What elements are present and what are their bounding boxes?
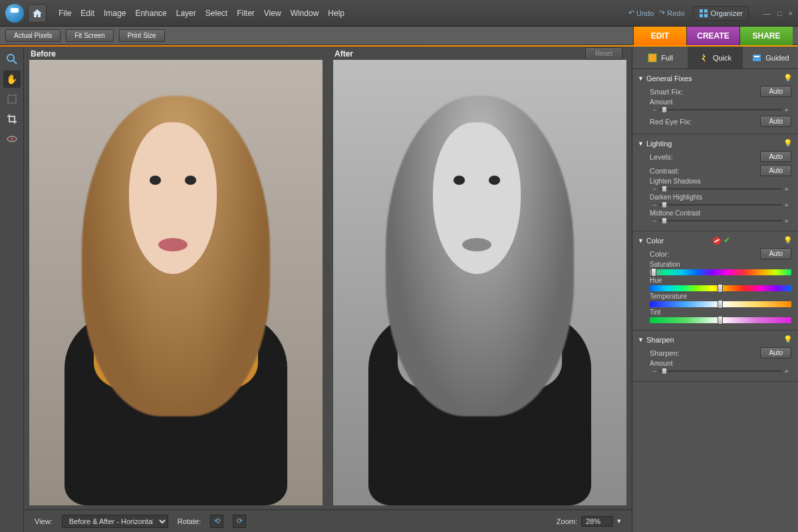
svg-rect-0 bbox=[700, 9, 703, 13]
sharpen-amount-label: Amount bbox=[650, 360, 791, 367]
canvas-area: Before After Reset bbox=[24, 47, 632, 532]
smart-fix-auto[interactable]: Auto bbox=[760, 86, 791, 97]
section-head-color[interactable]: ▼Color ✔ 💡 bbox=[632, 234, 798, 247]
red-eye-label: Red Eye Fix: bbox=[650, 118, 755, 126]
menu-file[interactable]: File bbox=[59, 9, 71, 18]
svg-rect-2 bbox=[700, 14, 703, 17]
before-image[interactable] bbox=[29, 60, 323, 505]
menu-filter[interactable]: Filter bbox=[237, 9, 255, 18]
svg-line-5 bbox=[13, 61, 17, 64]
rotate-ccw-button[interactable]: ⟲ bbox=[210, 515, 223, 528]
mode-create[interactable]: CREATE bbox=[686, 27, 739, 45]
color-commit-icon[interactable]: ✔ bbox=[724, 237, 732, 245]
temperature-slider[interactable] bbox=[650, 301, 791, 307]
fit-screen-button[interactable]: Fit Screen bbox=[66, 29, 114, 42]
rotate-cw-button[interactable]: ⟳ bbox=[233, 515, 246, 528]
close-button[interactable]: × bbox=[789, 9, 793, 17]
after-image[interactable] bbox=[333, 60, 626, 505]
menu-layer[interactable]: Layer bbox=[176, 9, 196, 18]
contrast-auto[interactable]: Auto bbox=[760, 165, 791, 176]
rotate-label: Rotate: bbox=[178, 517, 201, 525]
menu-help[interactable]: Help bbox=[328, 9, 344, 18]
levels-auto[interactable]: Auto bbox=[760, 151, 791, 162]
lighten-shadows-label: Lighten Shadows bbox=[650, 178, 791, 185]
menubar: File Edit Image Enhance Layer Select Fil… bbox=[0, 0, 798, 27]
zoom-value[interactable]: 28% bbox=[581, 516, 613, 527]
svg-rect-6 bbox=[8, 95, 16, 103]
menu-view[interactable]: View bbox=[264, 9, 281, 18]
contrast-label: Contrast: bbox=[650, 167, 755, 175]
main-menu: File Edit Image Enhance Layer Select Fil… bbox=[59, 9, 628, 18]
zoom-dropdown-icon[interactable]: ▾ bbox=[617, 517, 621, 525]
tip-icon[interactable]: 💡 bbox=[783, 335, 793, 344]
status-bar: View: Before & After - Horizontal Rotate… bbox=[24, 509, 632, 532]
midtone-contrast-label: Midtone Contrast bbox=[650, 209, 791, 217]
tip-icon[interactable]: 💡 bbox=[783, 236, 793, 245]
darken-highlights-label: Darken Highlights bbox=[650, 194, 791, 201]
view-select[interactable]: Before & After - Horizontal bbox=[62, 515, 168, 528]
undo-button[interactable]: ↶ Undo bbox=[628, 9, 654, 17]
selection-tool-icon[interactable] bbox=[3, 90, 21, 108]
section-lighting: ▼Lighting💡 Levels:Auto Contrast:Auto Lig… bbox=[632, 134, 798, 231]
sharpen-auto[interactable]: Auto bbox=[760, 347, 791, 358]
svg-rect-12 bbox=[754, 56, 759, 57]
red-eye-auto[interactable]: Auto bbox=[760, 116, 791, 127]
darken-highlights-slider[interactable]: −+ bbox=[650, 201, 791, 208]
options-bar: Actual Pixels Fit Screen Print Size EDIT… bbox=[0, 27, 798, 45]
tint-slider[interactable] bbox=[650, 317, 791, 323]
actual-pixels-button[interactable]: Actual Pixels bbox=[5, 29, 61, 42]
section-head-sharpen[interactable]: ▼Sharpen💡 bbox=[632, 333, 798, 346]
svg-rect-11 bbox=[753, 55, 761, 61]
after-label: After bbox=[333, 47, 353, 60]
hue-label: Hue bbox=[650, 277, 791, 284]
temperature-label: Temperature bbox=[650, 293, 791, 300]
zoom-tool-icon[interactable] bbox=[3, 51, 21, 68]
lighten-shadows-slider[interactable]: −+ bbox=[650, 186, 791, 192]
smart-fix-amount-slider[interactable]: −+ bbox=[650, 106, 791, 113]
menu-enhance[interactable]: Enhance bbox=[135, 9, 166, 18]
sharpen-label: Sharpen: bbox=[650, 349, 755, 357]
menu-select[interactable]: Select bbox=[205, 9, 227, 18]
svg-marker-10 bbox=[702, 53, 706, 63]
section-head-general[interactable]: ▼General Fixes💡 bbox=[632, 72, 798, 84]
crop-tool-icon[interactable] bbox=[3, 110, 21, 128]
color-auto[interactable]: Auto bbox=[760, 248, 791, 259]
mode-share[interactable]: SHARE bbox=[739, 27, 793, 45]
maximize-button[interactable]: □ bbox=[777, 9, 782, 17]
organizer-button[interactable]: Organizer bbox=[693, 6, 749, 21]
tab-full[interactable]: Full bbox=[632, 47, 688, 68]
tip-icon[interactable]: 💡 bbox=[783, 74, 793, 82]
before-label: Before bbox=[29, 47, 323, 60]
smart-fix-amount-label: Amount bbox=[650, 98, 791, 106]
levels-label: Levels: bbox=[650, 153, 755, 161]
svg-point-4 bbox=[7, 55, 14, 61]
menu-window[interactable]: Window bbox=[291, 9, 319, 18]
redo-button[interactable]: ↷ Redo bbox=[659, 9, 684, 17]
tab-guided[interactable]: Guided bbox=[743, 47, 798, 68]
minimize-button[interactable]: — bbox=[763, 9, 771, 17]
color-cancel-icon[interactable] bbox=[713, 237, 721, 245]
app-logo-icon bbox=[5, 4, 24, 23]
tip-icon[interactable]: 💡 bbox=[783, 139, 793, 148]
section-head-lighting[interactable]: ▼Lighting💡 bbox=[632, 137, 798, 150]
toolbox: ✋ bbox=[0, 47, 24, 532]
home-button[interactable] bbox=[28, 4, 47, 23]
zoom-label: Zoom: bbox=[557, 517, 577, 525]
reset-button[interactable]: Reset bbox=[585, 47, 622, 60]
redeye-tool-icon[interactable] bbox=[3, 130, 21, 148]
section-general-fixes: ▼General Fixes💡 Smart Fix:Auto Amount −+… bbox=[632, 69, 798, 134]
saturation-slider[interactable] bbox=[650, 269, 791, 275]
tint-label: Tint bbox=[650, 309, 791, 316]
midtone-contrast-slider[interactable]: −+ bbox=[650, 217, 791, 224]
menu-image[interactable]: Image bbox=[104, 9, 126, 18]
hand-tool-icon[interactable]: ✋ bbox=[3, 70, 21, 88]
menu-edit[interactable]: Edit bbox=[80, 9, 94, 18]
svg-rect-9 bbox=[648, 54, 656, 62]
print-size-button[interactable]: Print Size bbox=[119, 29, 165, 42]
hue-slider[interactable] bbox=[650, 285, 791, 291]
tab-quick[interactable]: Quick bbox=[688, 47, 743, 68]
smart-fix-label: Smart Fix: bbox=[650, 88, 755, 96]
sharpen-amount-slider[interactable]: −+ bbox=[650, 368, 791, 374]
svg-rect-3 bbox=[704, 14, 708, 17]
mode-edit[interactable]: EDIT bbox=[633, 27, 686, 45]
